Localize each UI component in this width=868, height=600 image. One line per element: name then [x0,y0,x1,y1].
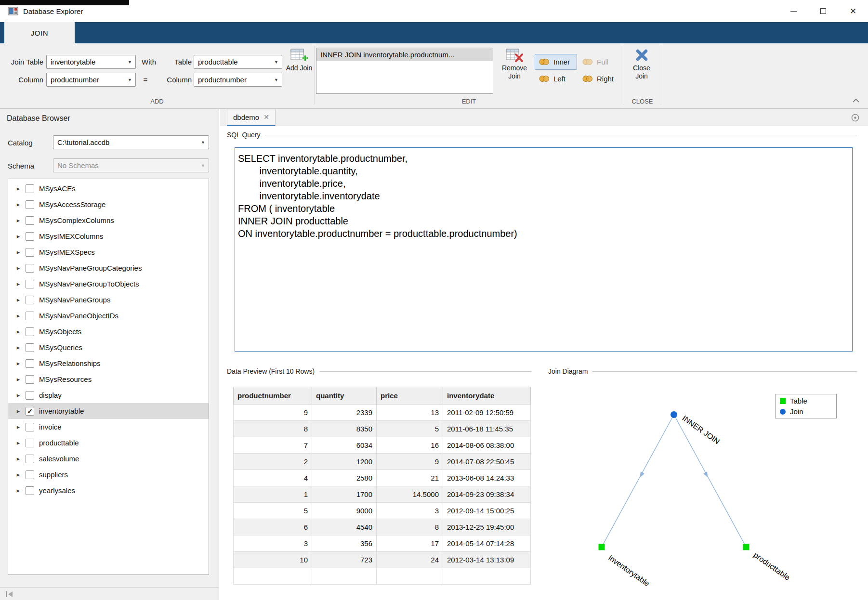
join-type-full[interactable]: Full [578,54,620,70]
minimize-button[interactable] [778,0,808,22]
table-row[interactable]: 92339132011-02-09 12:50:59 [234,404,531,421]
tree-item-inventorytable[interactable]: ▸✓inventorytable [8,403,209,419]
cell[interactable]: 2014-08-06 08:38:00 [443,437,531,454]
table-checkbox[interactable] [26,216,34,225]
expand-arrow-icon[interactable]: ▸ [11,344,26,351]
table-checkbox[interactable] [26,200,34,209]
expand-arrow-icon[interactable]: ▸ [11,185,26,192]
tree-item-MSysRelationships[interactable]: ▸MSysRelationships [8,355,209,371]
expand-arrow-icon[interactable]: ▸ [11,233,26,240]
cell[interactable]: 2014-09-23 09:38:34 [443,486,531,503]
table-checkbox[interactable] [26,423,34,431]
cell[interactable]: 2014-05-14 07:14:28 [443,535,531,552]
close-button[interactable]: ✕ [838,0,868,22]
table-checkbox[interactable] [26,486,34,495]
tree-item-MSysIMEXColumns[interactable]: ▸MSysIMEXColumns [8,228,209,244]
table-row[interactable]: 8835052011-06-18 11:45:35 [234,421,531,437]
expand-arrow-icon[interactable]: ▸ [11,248,26,256]
cell[interactable]: 2013-06-08 14:24:33 [443,470,531,486]
cell[interactable]: 6 [234,519,312,535]
empty-cell[interactable] [234,568,312,585]
expand-arrow-icon[interactable]: ▸ [11,391,26,399]
catalog-dropdown[interactable]: C:\tutorial.accdb▼ [53,135,209,149]
with-table-dropdown[interactable]: producttable▼ [194,55,282,69]
tree-item-MSysAccessStorage[interactable]: ▸MSysAccessStorage [8,196,209,212]
table-row[interactable]: 76034162014-08-06 08:38:00 [234,437,531,454]
expand-arrow-icon[interactable]: ▸ [11,439,26,446]
cell[interactable]: 5 [234,503,312,519]
table-checkbox[interactable] [26,439,34,447]
join-type-inner[interactable]: Inner [535,54,577,70]
cell[interactable]: 2 [234,454,312,470]
empty-cell[interactable] [443,568,531,585]
join-node[interactable] [671,411,677,418]
remove-join-button[interactable]: Remove Join [498,48,531,80]
table-checkbox[interactable] [26,470,34,479]
expand-arrow-icon[interactable]: ▸ [11,487,26,494]
column-right-dropdown[interactable]: productnumber▼ [194,73,282,87]
column-header-quantity[interactable]: quantity [312,387,377,404]
cell[interactable]: 2580 [312,470,377,486]
expand-arrow-icon[interactable]: ▸ [11,201,26,208]
tree-item-MSysResources[interactable]: ▸MSysResources [8,371,209,387]
cell[interactable]: 8 [377,519,443,535]
collapse-panel-icon[interactable] [5,591,13,598]
cell[interactable]: 2013-12-25 19:45:00 [443,519,531,535]
cell[interactable]: 5 [377,421,443,437]
expand-arrow-icon[interactable]: ▸ [11,455,26,462]
empty-cell[interactable] [377,568,443,585]
tree-item-MSysIMEXSpecs[interactable]: ▸MSysIMEXSpecs [8,244,209,260]
cell[interactable]: 1 [234,486,312,503]
table-checkbox[interactable] [26,296,34,304]
empty-cell[interactable] [312,568,377,585]
table-checkbox[interactable] [26,312,34,320]
column-header-price[interactable]: price [377,387,443,404]
cell[interactable]: 2339 [312,404,377,421]
tree-item-yearlysales[interactable]: ▸yearlysales [8,483,209,498]
cell[interactable]: 14.5000 [377,486,443,503]
cell[interactable]: 2012-09-14 15:00:25 [443,503,531,519]
schema-dropdown[interactable]: No Schemas▼ [53,158,209,172]
cell[interactable]: 723 [312,552,377,568]
sql-query-editor[interactable]: SELECT inventorytable.productnumber, inv… [235,147,853,352]
tree-item-MSysACEs[interactable]: ▸MSysACEs [8,181,209,196]
cell[interactable]: 8350 [312,421,377,437]
table-checkbox[interactable] [26,343,34,352]
empty-row[interactable] [234,568,531,585]
tab-close-icon[interactable]: ✕ [263,113,269,121]
table-row[interactable]: 10723242012-03-14 13:13:09 [234,552,531,568]
cell[interactable]: 4540 [312,519,377,535]
cell[interactable]: 2014-07-08 22:50:45 [443,454,531,470]
expand-arrow-icon[interactable]: ▸ [11,471,26,478]
cell[interactable]: 9 [377,454,443,470]
table-checkbox[interactable] [26,375,34,384]
expand-arrow-icon[interactable]: ▸ [11,407,26,415]
table-checkbox[interactable] [26,264,34,273]
table-row[interactable]: 42580212013-06-08 14:24:33 [234,470,531,486]
close-join-button[interactable]: Close Join [626,48,657,80]
tree-item-MSysQueries[interactable]: ▸MSysQueries [8,339,209,355]
table-row[interactable]: 5900032012-09-14 15:00:25 [234,503,531,519]
table-checkbox[interactable] [26,327,34,336]
cell[interactable]: 16 [377,437,443,454]
expand-arrow-icon[interactable]: ▸ [11,280,26,287]
table-row[interactable]: 1170014.50002014-09-23 09:38:34 [234,486,531,503]
cell[interactable]: 24 [377,552,443,568]
maximize-button[interactable] [808,0,838,22]
tree-item-MSysComplexColumns[interactable]: ▸MSysComplexColumns [8,212,209,228]
tree-item-MSysNavPaneGroupToObjects[interactable]: ▸MSysNavPaneGroupToObjects [8,276,209,292]
expand-arrow-icon[interactable]: ▸ [11,312,26,319]
table-checkbox[interactable] [26,248,34,257]
table-checkbox[interactable] [26,359,34,368]
tree-item-MSysNavPaneObjectIDs[interactable]: ▸MSysNavPaneObjectIDs [8,308,209,324]
cell[interactable]: 9000 [312,503,377,519]
cell[interactable]: 2012-03-14 13:13:09 [443,552,531,568]
cell[interactable]: 7 [234,437,312,454]
tree-item-invoice[interactable]: ▸invoice [8,419,209,435]
cell[interactable]: 8 [234,421,312,437]
table-checkbox[interactable] [26,232,34,241]
tree-item-suppliers[interactable]: ▸suppliers [8,467,209,483]
cell[interactable]: 4 [234,470,312,486]
collapse-ribbon-icon[interactable] [852,97,860,104]
cell[interactable]: 356 [312,535,377,552]
